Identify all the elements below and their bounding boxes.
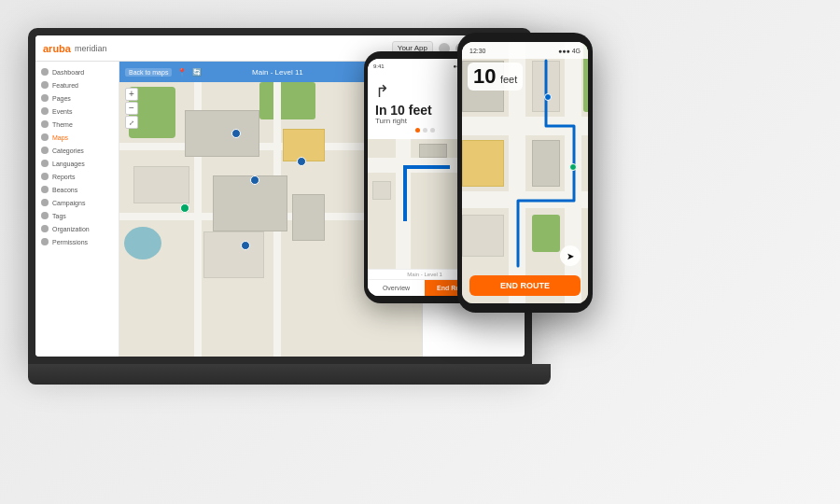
scene: aruba meridian Your App (0, 0, 840, 504)
map-building-3 (213, 175, 287, 231)
overview-button[interactable]: Overview (368, 280, 425, 296)
categories-icon (41, 147, 49, 154)
map-pin-4[interactable] (241, 241, 250, 250)
p1-route-v (403, 165, 407, 221)
phone2-distance-badge: 10 feet (468, 63, 523, 91)
phone1-time: 9:41 (373, 63, 385, 69)
sidebar-item-organization[interactable]: Organization (35, 222, 119, 235)
zoom-in-button[interactable]: + (125, 88, 138, 101)
phone2-end-route-button[interactable]: END ROUTE (469, 275, 581, 296)
campaign-icon (41, 199, 49, 206)
map-green-area-2 (259, 82, 315, 119)
phone2-time: 12:30 (469, 48, 486, 54)
sidebar-item-reports[interactable]: Reports (35, 170, 119, 183)
sidebar-item-pages[interactable]: Pages (35, 91, 119, 105)
map-building-5 (292, 194, 325, 241)
step-dot-1 (415, 128, 420, 133)
sidebar-item-maps[interactable]: Maps (35, 131, 119, 144)
p1-bldg2 (372, 181, 391, 200)
theme-icon (41, 120, 49, 128)
chart-icon (41, 173, 49, 180)
map-icon (41, 133, 49, 141)
calendar-icon (41, 107, 49, 115)
p1-route-h (403, 165, 450, 169)
map-controls: + − ⤢ (125, 88, 138, 129)
p1-bldg1 (419, 144, 447, 158)
sidebar-item-categories[interactable]: Categories (35, 144, 119, 157)
phone2-notch (511, 33, 539, 40)
map-building-6 (203, 231, 264, 278)
phone2-screen: 12:30 ●●● 4G 10 feet ➤ END ROUTE (462, 42, 588, 303)
phone2-navigate-button[interactable]: ➤ (560, 245, 581, 266)
phone2-body: 12:30 ●●● 4G 10 feet ➤ END ROUTE (457, 33, 593, 313)
map-pin-2[interactable] (250, 175, 259, 185)
phone2: 12:30 ●●● 4G 10 feet ➤ END ROUTE (457, 33, 593, 313)
sidebar: Dashboard Featured Pages Events (35, 62, 119, 357)
phone2-distance-unit: feet (500, 74, 517, 85)
aruba-logo: aruba (43, 43, 71, 54)
laptop-base (28, 364, 551, 385)
beacon-icon (41, 186, 49, 193)
sidebar-item-featured[interactable]: Featured (35, 78, 119, 91)
map-building-2 (133, 166, 189, 203)
globe-icon (41, 160, 49, 167)
map-pin-5[interactable] (297, 157, 306, 166)
map-pin-1[interactable] (231, 129, 241, 138)
page-icon (41, 94, 49, 102)
star-icon (41, 81, 49, 89)
map-pin-3[interactable] (180, 203, 189, 213)
sidebar-item-campaigns[interactable]: Campaigns (35, 196, 119, 209)
dashboard-icon (41, 68, 49, 76)
sidebar-item-tags[interactable]: Tags (35, 209, 119, 222)
sidebar-item-languages[interactable]: Languages (35, 157, 119, 170)
org-icon (41, 225, 49, 232)
sidebar-item-theme[interactable]: Theme (35, 118, 119, 131)
step-dot-3 (430, 128, 435, 133)
logo-area: aruba meridian (43, 43, 106, 54)
phone2-distance-number: 10 (473, 64, 496, 88)
map-building-1 (185, 110, 259, 157)
lock-icon (41, 238, 49, 245)
zoom-out-button[interactable]: − (125, 102, 138, 115)
p2-pin2 (569, 163, 577, 171)
back-to-maps-button[interactable]: Back to maps (125, 68, 172, 77)
meridian-logo: meridian (75, 44, 107, 53)
sidebar-item-beacons[interactable]: Beacons (35, 183, 119, 196)
sidebar-item-dashboard[interactable]: Dashboard (35, 65, 119, 78)
phone2-signal: ●●● 4G (558, 48, 581, 54)
sidebar-item-events[interactable]: Events (35, 105, 119, 118)
sidebar-item-permissions[interactable]: Permissions (35, 235, 119, 248)
level-title: Main - Level 11 (252, 68, 303, 77)
step-dot-2 (423, 128, 427, 133)
tag-icon (41, 212, 49, 219)
phone2-statusbar: 12:30 ●●● 4G (462, 42, 588, 59)
rotate-button[interactable]: ⤢ (125, 116, 138, 129)
p2-pin1 (544, 93, 552, 101)
map-water-feature (124, 227, 161, 259)
